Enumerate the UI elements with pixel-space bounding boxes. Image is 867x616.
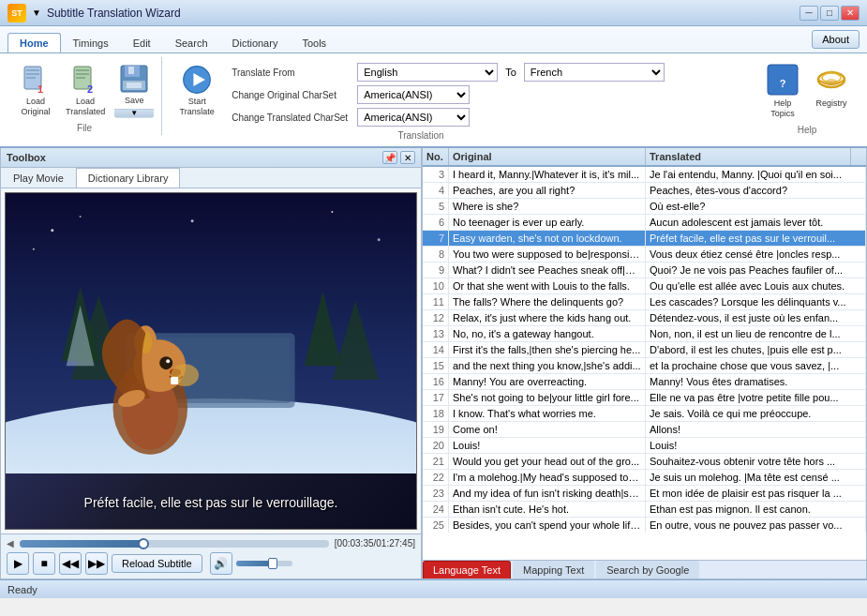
svg-text:?: ?: [780, 78, 786, 89]
tab-language-text[interactable]: Language Text: [423, 561, 511, 578]
toolbox-tabs: Play Movie Dictionary Library: [1, 168, 421, 188]
tab-search-by-google[interactable]: Search by Google: [596, 561, 699, 578]
status-bar: Ready: [0, 579, 867, 598]
table-row[interactable]: 23 And my idea of fun isn't risking deat…: [423, 486, 866, 502]
td-translated: D'abord, il est les chutes, |puis elle e…: [646, 342, 866, 357]
td-translated: Ou qu'elle est allée avec Louis aux chut…: [646, 278, 866, 293]
toolbox-tab-play-movie[interactable]: Play Movie: [1, 168, 76, 188]
about-button[interactable]: About: [812, 30, 860, 49]
save-button[interactable]: Save ▼: [114, 61, 154, 118]
td-original: Ethan isn't cute. He's hot.: [449, 502, 646, 517]
table-row[interactable]: 7 Easy warden, she's not on lockdown. Pr…: [423, 231, 866, 247]
tab-search[interactable]: Search: [163, 33, 220, 53]
table-row[interactable]: 11 The falls? Where the delinquents go? …: [423, 294, 866, 310]
table-row[interactable]: 20 Louis! Louis!: [423, 438, 866, 454]
progress-thumb[interactable]: [138, 538, 149, 549]
toolbox-close-button[interactable]: ✕: [400, 151, 415, 164]
table-row[interactable]: 10 Or that she went with Louis to the fa…: [423, 278, 866, 294]
reload-subtitle-button[interactable]: Reload Subtitle: [112, 554, 202, 573]
td-translated: et la prochaine chose que vous savez, |.…: [646, 358, 866, 373]
table-row[interactable]: 17 She's not going to be|your little gir…: [423, 390, 866, 406]
restore-button[interactable]: □: [820, 6, 839, 21]
help-topics-button[interactable]: ? HelpTopics: [762, 59, 803, 123]
toolbox-tab-dictionary-library[interactable]: Dictionary Library: [76, 168, 181, 188]
tab-dictionary[interactable]: Dictionary: [220, 33, 291, 53]
td-original: I know. That's what worries me.: [449, 406, 646, 421]
td-no: 22: [423, 470, 449, 485]
table-row[interactable]: 3 I heard it, Manny.|Whatever it is, it'…: [423, 167, 866, 183]
table-body[interactable]: 3 I heard it, Manny.|Whatever it is, it'…: [423, 167, 866, 533]
close-button[interactable]: ✕: [841, 6, 860, 21]
translate-from-row: Translate From English To French: [232, 63, 665, 82]
td-no: 9: [423, 263, 449, 278]
forward-button[interactable]: ▶▶: [85, 552, 108, 575]
tab-edit[interactable]: Edit: [121, 33, 163, 53]
td-translated: Vous deux étiez censé être |oncles resp.…: [646, 247, 866, 262]
main-layout: Toolbox 📌 ✕ Play Movie Dictionary Librar…: [0, 148, 867, 579]
table-row[interactable]: 25 Besides, you can't spend your whole l…: [423, 518, 866, 533]
svg-point-45: [331, 211, 333, 213]
table-row[interactable]: 14 First it's the falls,|then she's pier…: [423, 342, 866, 358]
load-original-button[interactable]: 1 LoadOriginal: [15, 61, 56, 121]
charset-trans-select[interactable]: America(ANSI): [357, 108, 470, 127]
td-original: Relax, it's just where the kids hang out…: [449, 310, 646, 325]
td-original: No teenager is ever up early.: [449, 215, 646, 230]
table-row[interactable]: 4 Peaches, are you all right? Peaches, ê…: [423, 183, 866, 199]
td-translated: En outre, vous ne pouvez pas passer vo..…: [646, 518, 866, 533]
table-row[interactable]: 5 Where is she? Où est-elle?: [423, 199, 866, 215]
table-row[interactable]: 15 and the next thing you know,|she's ad…: [423, 358, 866, 374]
table-row[interactable]: 12 Relax, it's just where the kids hang …: [423, 310, 866, 326]
start-translate-button[interactable]: StartTranslate: [173, 61, 220, 121]
app-menu-icon[interactable]: ▼: [32, 8, 41, 18]
table-row[interactable]: 24 Ethan isn't cute. He's hot. Ethan est…: [423, 502, 866, 518]
ribbon-group-help: ? HelpTopics Registry: [755, 57, 860, 137]
tab-mapping-text[interactable]: Mapping Text: [513, 561, 594, 578]
table-row[interactable]: 13 No, no, it's a gateway hangout. Non, …: [423, 326, 866, 342]
bottom-tabs: Language Text Mapping Text Search by Goo…: [423, 560, 866, 578]
td-original: You two were supposed to be|responsib...: [449, 247, 646, 262]
td-original: Besides, you can't spend your whole life…: [449, 518, 646, 533]
table-row[interactable]: 22 I'm a molehog.|My head's supposed to …: [423, 470, 866, 486]
translate-to-select[interactable]: French: [524, 63, 665, 82]
minimize-button[interactable]: ─: [800, 6, 818, 21]
volume-icon[interactable]: 🔊: [210, 552, 232, 575]
load-translated-button[interactable]: 2 LoadTranslated: [60, 61, 111, 121]
table-row[interactable]: 6 No teenager is ever up early. Aucun ad…: [423, 215, 866, 231]
tab-home[interactable]: Home: [7, 33, 61, 53]
table-row[interactable]: 9 What? I didn't see Peaches sneak off|m…: [423, 263, 866, 278]
td-no: 21: [423, 454, 449, 469]
td-translated: Préfet facile, elle est pas sur le verro…: [646, 231, 866, 246]
td-original: I heard it, Manny.|Whatever it is, it's …: [449, 167, 646, 182]
tab-tools[interactable]: Tools: [290, 33, 338, 53]
table-row[interactable]: 8 You two were supposed to be|responsib.…: [423, 247, 866, 263]
volume-slider[interactable]: [236, 561, 292, 566]
video-frame: Préfet facile, elle est pas sur le verro…: [6, 193, 416, 529]
translate-from-select[interactable]: English: [357, 63, 498, 82]
help-topics-icon: ?: [766, 63, 800, 97]
save-dropdown-arrow[interactable]: ▼: [114, 109, 154, 118]
td-no: 8: [423, 247, 449, 262]
toolbox-pin-button[interactable]: 📌: [382, 151, 397, 164]
td-original: Or that she went with Louis to the falls…: [449, 278, 646, 293]
stop-button[interactable]: ■: [33, 552, 55, 575]
svg-text:1: 1: [37, 83, 43, 95]
table-row[interactable]: 19 Come on! Allons!: [423, 422, 866, 438]
table-row[interactable]: 21 Would you get your head out of the gr…: [423, 454, 866, 470]
table-row[interactable]: 16 Manny! You are overreacting. Manny! V…: [423, 374, 866, 390]
load-translated-icon: 2: [70, 65, 100, 95]
td-translated: Allons!: [646, 422, 866, 437]
table-row[interactable]: 18 I know. That's what worries me. Je sa…: [423, 406, 866, 422]
svg-point-47: [33, 248, 35, 250]
rewind-button[interactable]: ◀◀: [59, 552, 82, 575]
charset-orig-select[interactable]: America(ANSI): [357, 85, 470, 104]
registry-button[interactable]: Registry: [811, 59, 852, 123]
progress-fill: [20, 540, 143, 548]
svg-point-42: [51, 229, 53, 232]
tab-timings[interactable]: Timings: [61, 33, 121, 53]
td-no: 18: [423, 406, 449, 421]
svg-rect-7: [76, 73, 89, 75]
progress-bar[interactable]: [20, 540, 329, 548]
translation-group-label: Translation: [397, 128, 443, 141]
play-button[interactable]: ▶: [7, 552, 29, 575]
td-no: 10: [423, 278, 449, 293]
